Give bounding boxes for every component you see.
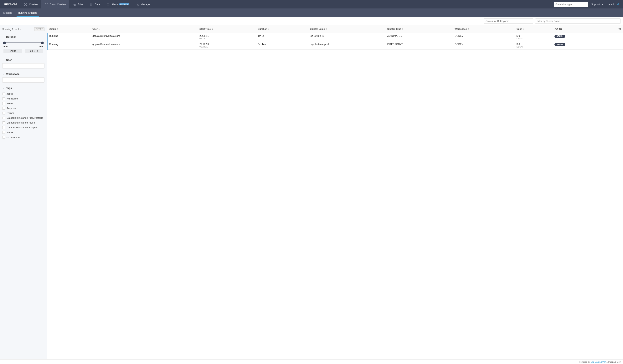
filter-cluster-name-input[interactable] [535,19,621,24]
nav-clusters[interactable]: Clusters [21,0,41,8]
tag-checkbox-jobid[interactable]: JobId [2,91,44,96]
chevron-down-icon [2,87,5,89]
tag-checkbox-databricksinstancepoolcreatorid[interactable]: DatabricksInstancePoolCreatorId [2,115,44,120]
checkbox-icon [2,131,5,134]
gear-icon [135,2,139,6]
col-start[interactable]: Start Time▲▼ [198,25,256,33]
nav-alerts[interactable]: Alerts PREVIEW [103,0,132,8]
svg-point-4 [25,4,26,4]
checkbox-icon [2,92,5,95]
svg-line-6 [26,4,26,4]
table-row[interactable]: Runninggopala@unraveldata.com22:25:1106/… [47,33,623,41]
nav-label: Manage [141,3,150,6]
slider-min-label: min [3,45,7,47]
cell-goto: SPARK [553,33,601,41]
svg-line-5 [25,4,25,4]
nav-manage[interactable]: Manage [132,0,153,8]
nav-label: Jobs [78,3,83,6]
checkbox-icon [2,136,5,139]
clusters-table: Status▲▼ User▲▼ Start Time▲▼ Duration▲▼ … [47,25,623,50]
reset-button[interactable]: RESET [34,27,44,31]
filter-user-toggle[interactable]: User [2,58,44,62]
col-cluster-name[interactable]: Cluster Name▲▼ [309,25,386,33]
support-dropdown[interactable]: Support [588,3,606,6]
checkbox-icon [2,121,5,124]
tag-checkbox-databricksinstancegroupid[interactable]: DatabricksInstanceGroupId [2,125,44,130]
col-status[interactable]: Status▲▼ [47,25,91,33]
svg-line-8 [26,5,26,5]
svg-rect-9 [73,3,74,4]
subtab-clusters[interactable]: Clusters [1,8,14,17]
svg-point-2 [24,5,25,5]
search-id-input[interactable] [484,19,533,24]
nav-jobs[interactable]: Jobs [69,0,86,8]
brand-logo[interactable]: unravel™ [1,2,21,6]
cell-user: gopala@unraveldata.com [91,41,198,50]
nav-data[interactable]: Data [86,0,103,8]
tag-checkbox-purpose[interactable]: Purpose [2,106,44,111]
filter-tags-toggle[interactable]: Tags [2,86,44,90]
table-settings-icon[interactable] [618,27,622,30]
filter-bar [0,17,623,25]
tag-checkbox-databricksinstancepoolid[interactable]: DatabricksInstancePoolId [2,120,44,125]
checkbox-icon [2,126,5,129]
cell-cost: $ 0DBU* : - [515,33,553,41]
col-duration[interactable]: Duration▲▼ [256,25,309,33]
tag-checkbox-owner[interactable]: Owner [2,111,44,115]
data-icon [89,2,93,6]
col-user[interactable]: User▲▼ [91,25,198,33]
user-filter-input[interactable] [2,63,44,68]
bell-icon [106,2,110,6]
nav-cloud-clusters[interactable]: Cloud Clusters [41,0,69,8]
tag-label: DatabricksInstancePoolId [6,121,35,124]
filter-duration-toggle[interactable]: Duration [2,35,44,39]
user-menu[interactable]: admin [606,3,622,6]
tag-label: environment [6,136,21,139]
spark-link[interactable]: SPARK [555,35,565,38]
checkbox-icon [2,112,5,114]
svg-point-1 [26,3,27,3]
tag-checkbox-environment[interactable]: environment [2,135,44,139]
duration-slider[interactable] [3,43,43,43]
spark-link[interactable]: SPARK [555,43,565,46]
chevron-down-icon [2,73,5,75]
filter-workspace-toggle[interactable]: Workspace [2,72,44,76]
svg-line-7 [25,5,25,5]
svg-point-12 [137,4,138,5]
tag-label: DatabricksInstancePoolCreatorId [6,116,43,119]
jobs-icon [72,2,76,6]
duration-min-value: 1m 8s [3,49,22,53]
checkbox-icon [2,107,5,110]
slider-thumb-max[interactable] [41,42,44,44]
slider-thumb-min[interactable] [3,42,6,44]
cell-workspace: GGDEV [453,41,515,50]
svg-point-0 [24,3,25,3]
cell-cluster-name: job-62-run-20 [309,33,386,41]
cell-duration: 1m 8s [256,33,309,41]
search-apps-input[interactable] [554,2,588,7]
cell-status: Running [47,41,91,50]
svg-point-11 [90,3,92,4]
tag-checkbox-runname[interactable]: RunName [2,96,44,101]
tag-label: RunName [6,97,18,100]
chevron-down-icon [2,36,5,38]
col-workspace[interactable]: Workspace▲▼ [453,25,515,33]
tag-checkbox-name[interactable]: Name [2,130,44,135]
cell-start: 22:25:1106/28/21 [198,33,256,41]
col-cluster-type[interactable]: Cluster Type▲▼ [386,25,453,33]
top-nav: unravel™ Clusters Cloud Clusters Jobs Da… [0,0,623,8]
col-cost[interactable]: Cost▲▼ [515,25,553,33]
checkbox-icon [2,117,5,119]
preview-badge: PREVIEW [119,3,129,5]
cell-goto: SPARK [553,41,601,50]
svg-point-3 [26,5,27,5]
cell-cluster-name: my-cluster-ic-pool [309,41,386,50]
tag-label: Purpose [6,107,16,110]
duration-max-value: 3m 14s [25,49,44,53]
subtab-running[interactable]: Running Clusters [17,8,39,17]
filter-sidebar: Showing 2 results RESET Duration min max [0,25,47,359]
tag-checkbox-notes[interactable]: Notes [2,101,44,106]
table-row[interactable]: Runninggopala@unraveldata.com22:22:5906/… [47,41,623,50]
chevron-down-icon [2,59,5,61]
workspace-filter-input[interactable] [2,77,44,83]
